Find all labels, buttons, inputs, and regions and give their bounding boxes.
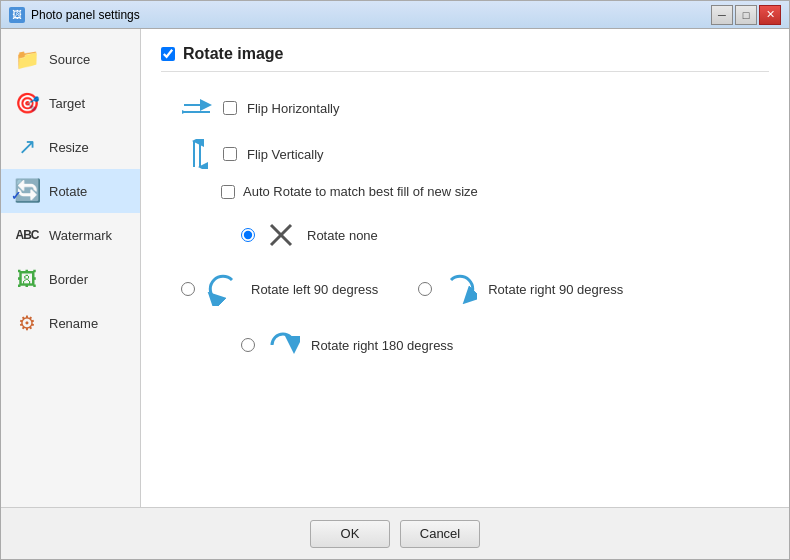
sidebar-label-rotate: Rotate [49, 184, 87, 199]
sidebar-label-rename: Rename [49, 316, 98, 331]
content-area: 📁 Source 🎯 Target ↗ Resize 🔄 ✓ Rotate [1, 29, 789, 507]
target-icon: 🎯 [13, 89, 41, 117]
sidebar-item-rename[interactable]: ⚙ Rename [1, 301, 140, 345]
rotate-right-180-radio[interactable] [241, 338, 255, 352]
sidebar-item-watermark[interactable]: ABC Watermark [1, 213, 140, 257]
sidebar-item-source[interactable]: 📁 Source [1, 37, 140, 81]
sidebar-item-border[interactable]: 🖼 Border [1, 257, 140, 301]
rotate-none-icon [265, 219, 297, 251]
close-button[interactable]: ✕ [759, 5, 781, 25]
main-window: 🖼 Photo panel settings ─ □ ✕ 📁 Source 🎯 … [0, 0, 790, 560]
rotate-left-90-label: Rotate left 90 degress [251, 282, 378, 297]
rotate-none-radio[interactable] [241, 228, 255, 242]
sidebar-label-target: Target [49, 96, 85, 111]
rotate-right-90-icon [442, 271, 478, 307]
rotate-right-180-label: Rotate right 180 degress [311, 338, 453, 353]
flip-horizontal-icon [181, 92, 213, 124]
footer: OK Cancel [1, 507, 789, 559]
rotate-90-row: Rotate left 90 degress [161, 271, 769, 307]
sidebar-item-resize[interactable]: ↗ Resize [1, 125, 140, 169]
maximize-button[interactable]: □ [735, 5, 757, 25]
rename-icon: ⚙ [13, 309, 41, 337]
rotate-none-label: Rotate none [307, 228, 378, 243]
titlebar-buttons: ─ □ ✕ [711, 5, 781, 25]
titlebar-title: Photo panel settings [31, 8, 711, 22]
rotate-left-90-radio[interactable] [181, 282, 195, 296]
watermark-icon: ABC [13, 221, 41, 249]
rotate-180-row: Rotate right 180 degress [161, 327, 769, 363]
flip-vertical-row: Flip Vertically [161, 138, 769, 170]
cancel-button[interactable]: Cancel [400, 520, 480, 548]
titlebar-icon: 🖼 [9, 7, 25, 23]
flip-vertical-label: Flip Vertically [247, 147, 324, 162]
auto-rotate-label: Auto Rotate to match best fill of new si… [243, 184, 478, 199]
ok-button[interactable]: OK [310, 520, 390, 548]
auto-rotate-checkbox[interactable] [221, 185, 235, 199]
border-icon: 🖼 [13, 265, 41, 293]
titlebar: 🖼 Photo panel settings ─ □ ✕ [1, 1, 789, 29]
sidebar-item-rotate[interactable]: 🔄 ✓ Rotate [1, 169, 140, 213]
sidebar-label-watermark: Watermark [49, 228, 112, 243]
flip-vertical-icon [181, 138, 213, 170]
sidebar-label-border: Border [49, 272, 88, 287]
resize-icon: ↗ [13, 133, 41, 161]
section-title: Rotate image [183, 45, 283, 63]
main-panel: Rotate image [141, 29, 789, 507]
rotate-check-indicator: ✓ [11, 189, 21, 203]
flip-horizontal-label: Flip Horizontally [247, 101, 339, 116]
minimize-button[interactable]: ─ [711, 5, 733, 25]
rotate-none-row: Rotate none [161, 219, 769, 251]
rotate-right-90-label: Rotate right 90 degress [488, 282, 623, 297]
sidebar-label-source: Source [49, 52, 90, 67]
rotate-right-180-icon [265, 327, 301, 363]
rotate-left-90-option: Rotate left 90 degress [181, 271, 378, 307]
section-header: Rotate image [161, 45, 769, 72]
flip-vertical-checkbox[interactable] [223, 147, 237, 161]
sidebar-label-resize: Resize [49, 140, 89, 155]
flip-horizontal-row: Flip Horizontally [161, 92, 769, 124]
sidebar: 📁 Source 🎯 Target ↗ Resize 🔄 ✓ Rotate [1, 29, 141, 507]
flip-horizontal-checkbox[interactable] [223, 101, 237, 115]
auto-rotate-row: Auto Rotate to match best fill of new si… [161, 184, 769, 199]
rotate-image-checkbox[interactable] [161, 47, 175, 61]
rotate-left-90-icon [205, 271, 241, 307]
source-icon: 📁 [13, 45, 41, 73]
rotate-icon: 🔄 ✓ [13, 177, 41, 205]
sidebar-item-target[interactable]: 🎯 Target [1, 81, 140, 125]
rotate-right-90-radio[interactable] [418, 282, 432, 296]
rotate-right-90-option: Rotate right 90 degress [418, 271, 623, 307]
